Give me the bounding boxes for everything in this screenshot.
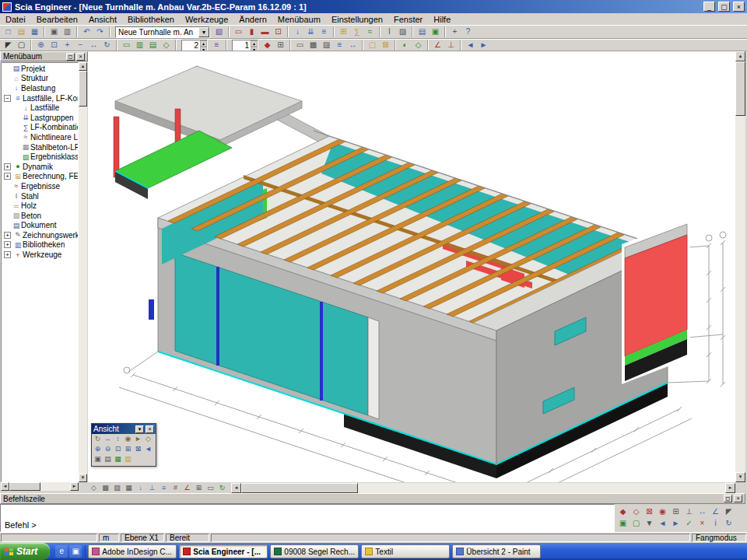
maximize-button[interactable]: ▢ — [718, 2, 730, 12]
command-panel-header[interactable]: Befehlszeile — [0, 493, 745, 504]
sidebar-item-stahlbeton-lfk[interactable]: ▦Stahlbeton-LFK — [2, 142, 78, 152]
new-beam-icon[interactable]: ▭ — [232, 26, 245, 38]
sidebar-item-lastfälle[interactable]: ↓Lastfälle — [2, 103, 78, 113]
sidebar-item-lastgruppen[interactable]: ⇊Lastgruppen — [2, 113, 78, 123]
scroll-right-icon[interactable] — [725, 483, 735, 493]
menu-datei[interactable]: Datei — [0, 14, 31, 25]
zoom-out-icon[interactable]: ⊖ — [103, 445, 113, 454]
save-project-icon[interactable]: ▦ — [28, 26, 41, 38]
clipping-box-icon[interactable]: ▢ — [366, 40, 379, 51]
select-none-icon[interactable]: ▢ — [630, 518, 643, 530]
sidebar-item-zeichnungswerkzeuge[interactable]: +✎Zeichnungswerkzeuge — [2, 230, 78, 240]
new-opening-icon[interactable]: ⊡ — [272, 26, 285, 38]
menu-hilfe[interactable]: Hilfe — [428, 14, 456, 25]
sidebar-item-bibliotheken[interactable]: +▥Bibliotheken — [2, 240, 78, 250]
regenerate-icon[interactable]: ↻ — [216, 483, 228, 493]
snap-center-icon[interactable]: ◉ — [656, 506, 669, 518]
menu-bearbeiten[interactable]: Bearbeiten — [31, 14, 83, 25]
taskbar-task-09008-segel-rech[interactable]: 09008 Segel Rech... — [270, 544, 359, 558]
scroll-up-icon[interactable] — [735, 51, 745, 61]
selection-filter-icon[interactable]: ▼ — [643, 518, 656, 530]
point-load-icon[interactable]: ↓ — [291, 26, 304, 38]
calculate-icon[interactable]: ∑ — [350, 26, 363, 38]
scrollbar-track[interactable] — [358, 483, 725, 493]
scroll-down-icon[interactable] — [79, 474, 87, 482]
scrollbar-thumb[interactable] — [735, 61, 745, 116]
menu-werkzeuge[interactable]: Werkzeuge — [180, 14, 233, 25]
new-plate-icon[interactable]: ▬ — [258, 26, 272, 38]
zoom-selection-icon[interactable]: ⊠ — [133, 445, 143, 454]
shaded-mode-icon[interactable]: ▩ — [307, 40, 320, 51]
select-rectangle-icon[interactable]: ▢ — [15, 40, 28, 51]
hidden-line-mode-icon[interactable]: ▨ — [320, 40, 333, 51]
sidebar-item-berechnung-fe-netz[interactable]: +⊞Berechnung, FE-Netz — [2, 172, 78, 182]
sidebar-horizontal-scrollbar[interactable] — [1, 482, 79, 491]
view-settings-icon[interactable]: ◇ — [143, 435, 153, 444]
labels-toggle-icon[interactable]: ≡ — [158, 483, 170, 493]
snap-orthogonal-icon[interactable]: ⊥ — [682, 506, 696, 518]
undo-icon[interactable]: ↶ — [80, 26, 93, 38]
new-column-icon[interactable]: ▮ — [245, 26, 258, 38]
line-load-icon[interactable]: ⇊ — [304, 26, 317, 38]
loads-toggle-icon[interactable]: ↓ — [135, 483, 146, 493]
surface-load-icon[interactable]: ≡ — [317, 26, 331, 38]
previous-command-icon[interactable]: ◄ — [656, 518, 669, 530]
expand-icon[interactable]: + — [4, 232, 11, 239]
sidebar-item-ergebnisklassen[interactable]: ▧Ergebnisklassen — [2, 152, 78, 162]
scrollbar-thumb[interactable] — [241, 483, 358, 493]
zoom-window-icon[interactable]: ⊡ — [113, 445, 123, 454]
sidebar-item-ergebnisse[interactable]: ≈Ergebnisse — [2, 181, 78, 191]
fe-mesh-icon[interactable]: ⊞ — [337, 26, 350, 38]
perspective-view-icon[interactable]: ◇ — [412, 40, 425, 51]
zoom-out-icon[interactable]: − — [74, 40, 87, 51]
view-side-icon[interactable]: ▤ — [146, 40, 160, 51]
render-mode-icon[interactable]: ◐ — [398, 40, 412, 51]
redo-icon[interactable]: ↷ — [93, 26, 107, 38]
snap-grid-icon[interactable]: ⊞ — [669, 506, 682, 518]
cancel-command-icon[interactable]: × — [696, 518, 709, 530]
previous-zoom-icon[interactable]: ◄ — [143, 445, 153, 454]
sidebar-item-lf-kombinationen[interactable]: ∑LF-Kombinationen — [2, 123, 78, 133]
scroll-left-icon[interactable] — [1, 482, 9, 491]
sidebar-item-stahl[interactable]: IStahl — [2, 191, 78, 201]
sidebar-item-nichtlineare-lfk[interactable]: ≈Nichtlineare LFK — [2, 132, 78, 142]
command-input-area[interactable]: Befehl > — [0, 504, 615, 532]
spinner-arrows-icon[interactable] — [200, 40, 207, 51]
sidebar-item-beton[interactable]: ▨Beton — [2, 211, 78, 221]
show-labels-icon[interactable]: ≡ — [333, 40, 346, 51]
print-view-icon[interactable]: ▣ — [93, 455, 103, 464]
results-icon[interactable]: ≈ — [363, 26, 377, 38]
wireframe-mode-icon[interactable]: ▭ — [293, 40, 307, 51]
scrollbar-track[interactable] — [40, 482, 70, 491]
spinner-arrows-icon[interactable] — [251, 40, 258, 51]
axes-toggle-icon[interactable]: ∠ — [181, 483, 193, 493]
scrollbar-track[interactable] — [79, 107, 87, 474]
next-view-icon[interactable]: ► — [477, 40, 490, 51]
sidebar-item-holz[interactable]: ═Holz — [2, 201, 78, 211]
menu-fenster[interactable]: Fenster — [388, 14, 428, 25]
collapse-icon[interactable]: − — [4, 95, 11, 102]
collapse-icon[interactable] — [135, 425, 144, 433]
zoom-window-icon[interactable]: ⊡ — [47, 40, 61, 51]
zoom-all-icon[interactable]: ⊕ — [34, 40, 47, 51]
view-top-icon[interactable]: ▥ — [133, 40, 146, 51]
viewport-horizontal-scrollbar[interactable] — [231, 483, 735, 493]
select-cursor-icon[interactable]: ◤ — [2, 40, 15, 51]
taskbar-task-scia-engineer[interactable]: Scia Engineer - [... — [179, 544, 268, 558]
snap-length-icon[interactable]: ↔ — [696, 506, 709, 518]
sidebar-item-belastung[interactable]: ↓Belastung — [2, 83, 78, 93]
show-dimensions-icon[interactable]: ↔ — [346, 40, 359, 51]
view-manager-icon[interactable]: ▥ — [123, 455, 133, 464]
view-axonometric-icon[interactable]: ◇ — [160, 40, 173, 51]
ucs-spinner[interactable]: 1 — [232, 40, 258, 51]
view-front-icon[interactable]: ▭ — [120, 40, 133, 51]
steel-check-icon[interactable]: I — [383, 26, 396, 38]
surfaces-toggle-icon[interactable]: ▨ — [111, 483, 123, 493]
sidebar-item-lastfälle-lf-kombinatior[interactable]: −≡Lastfälle, LF-Kombinatior — [2, 93, 78, 103]
sidebar-item-projekt[interactable]: ▤Projekt — [2, 64, 78, 74]
expand-icon[interactable]: + — [4, 173, 11, 180]
zoom-in-icon[interactable]: ⊕ — [93, 445, 103, 454]
grid-settings-icon[interactable]: ⊞ — [274, 40, 287, 51]
snap-intersection-icon[interactable]: ⊠ — [643, 506, 656, 518]
viewport-vertical-scrollbar[interactable] — [735, 51, 745, 482]
